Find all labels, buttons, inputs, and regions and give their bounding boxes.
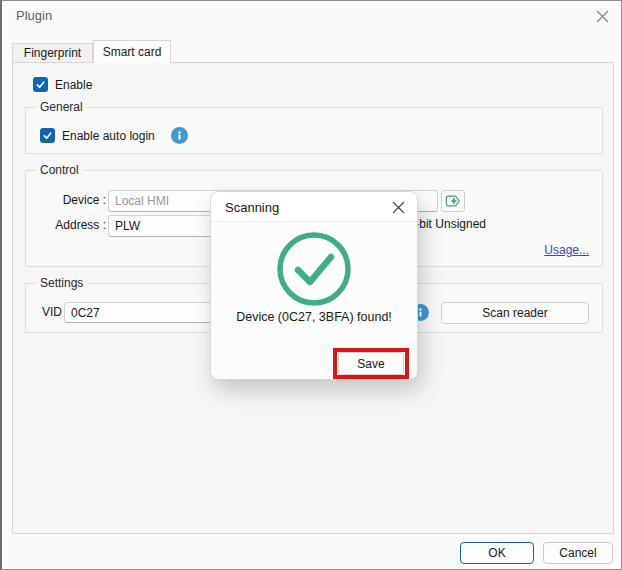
window-titlebar: Plugin bbox=[2, 1, 621, 31]
address-value: PLW bbox=[115, 219, 140, 233]
success-check-icon bbox=[273, 228, 355, 310]
save-label: Save bbox=[357, 357, 384, 371]
tab-smart-card-label: Smart card bbox=[103, 45, 162, 59]
device-value: Local HMI bbox=[115, 194, 169, 208]
scanning-dialog-title: Scanning bbox=[225, 200, 279, 215]
cancel-label: Cancel bbox=[559, 546, 596, 560]
ok-button[interactable]: OK bbox=[460, 542, 534, 564]
cancel-button[interactable]: Cancel bbox=[543, 542, 613, 564]
usage-link[interactable]: Usage... bbox=[544, 243, 589, 257]
general-group: General Enable auto login bbox=[25, 107, 603, 154]
tab-smart-card[interactable]: Smart card bbox=[93, 40, 171, 63]
tab-fingerprint-label: Fingerprint bbox=[24, 46, 81, 60]
auto-login-checkbox[interactable] bbox=[40, 128, 55, 143]
general-group-legend: General bbox=[36, 100, 87, 115]
enable-checkbox-row[interactable]: Enable bbox=[33, 77, 92, 92]
settings-group-legend: Settings bbox=[36, 276, 87, 291]
window-close-icon[interactable] bbox=[591, 6, 613, 26]
scanning-dialog-titlebar: Scanning bbox=[211, 192, 417, 222]
enable-label: Enable bbox=[55, 78, 92, 92]
scan-reader-button[interactable]: Scan reader bbox=[441, 302, 589, 324]
scanning-close-icon[interactable] bbox=[387, 197, 409, 217]
scanning-dialog: Scanning Device (0C27, 3BFA) found! Save bbox=[210, 191, 418, 380]
auto-login-row[interactable]: Enable auto login bbox=[40, 127, 188, 144]
vid-value: 0C27 bbox=[71, 306, 100, 320]
enable-checkbox[interactable] bbox=[33, 77, 48, 92]
ok-label: OK bbox=[488, 546, 505, 560]
scan-reader-label: Scan reader bbox=[482, 306, 547, 320]
vid-label: VID bbox=[42, 305, 62, 319]
device-found-message: Device (0C27, 3BFA) found! bbox=[211, 310, 417, 324]
plugin-dialog: { "window": { "title": "Plugin" }, "tabs… bbox=[0, 0, 622, 570]
control-group-legend: Control bbox=[36, 163, 83, 178]
auto-login-label: Enable auto login bbox=[62, 129, 155, 143]
tab-fingerprint[interactable]: Fingerprint bbox=[12, 43, 93, 63]
device-label: Device : bbox=[38, 193, 106, 207]
window-title: Plugin bbox=[16, 8, 52, 23]
address-label: Address : bbox=[38, 218, 106, 232]
check-icon bbox=[35, 79, 46, 90]
tag-plus-icon bbox=[445, 194, 461, 208]
check-icon bbox=[42, 130, 53, 141]
add-tag-button[interactable] bbox=[441, 190, 465, 212]
auto-login-info-icon[interactable] bbox=[171, 127, 188, 144]
save-button[interactable]: Save bbox=[338, 352, 404, 375]
